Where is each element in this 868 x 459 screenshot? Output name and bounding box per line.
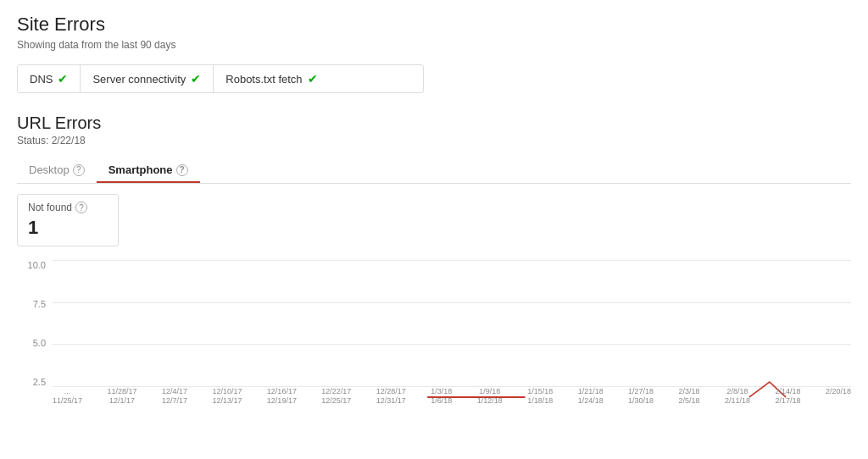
page-title: Site Errors [17, 14, 851, 36]
not-found-help-icon[interactable]: ? [75, 202, 87, 213]
chart-x-labels: ... 11/25/17 11/28/17 12/1/17 12/4/17 12… [53, 387, 851, 412]
tab-desktop-label: Desktop [29, 163, 70, 176]
x-label-7: 1/3/18 1/6/18 [431, 387, 452, 406]
tab-desktop[interactable]: Desktop ? [17, 157, 97, 183]
x-label-3: 12/10/17 12/13/17 [212, 387, 242, 406]
dns-check-icon: ✔ [58, 72, 68, 86]
not-found-label-row: Not found ? [28, 202, 108, 213]
y-label-5: 5.0 [17, 338, 49, 348]
x-label-15: 2/20/18 [826, 387, 851, 396]
smartphone-help-icon[interactable]: ? [176, 164, 188, 176]
x-label-2: 12/4/17 12/7/17 [162, 387, 187, 406]
site-error-dns: DNS ✔ [18, 65, 81, 92]
x-label-10: 1/21/18 1/24/18 [578, 387, 604, 406]
x-label-0: ... 11/25/17 [53, 387, 82, 406]
x-label-13: 2/8/18 2/11/18 [725, 387, 750, 406]
x-label-6: 12/28/17 12/31/17 [376, 387, 406, 406]
x-label-12: 2/3/18 2/5/18 [679, 387, 700, 406]
desktop-help-icon[interactable]: ? [73, 164, 85, 176]
dns-label: DNS [30, 73, 53, 86]
y-label-10: 10.0 [17, 260, 49, 270]
server-connectivity-check-icon: ✔ [191, 72, 201, 86]
robots-txt-check-icon: ✔ [308, 72, 318, 86]
x-label-14: 2/14/18 2/17/18 [775, 387, 800, 406]
tab-smartphone[interactable]: Smartphone ? [97, 157, 200, 183]
url-errors-chart: 10.0 7.5 5.0 2.5 ... 11/25/17 11/28/17 1… [17, 260, 851, 412]
server-connectivity-label: Server connectivity [92, 73, 186, 86]
tab-smartphone-label: Smartphone [108, 163, 173, 176]
y-label-2-5: 2.5 [17, 377, 49, 387]
site-error-server-connectivity: Server connectivity ✔ [81, 65, 214, 92]
x-label-5: 12/22/17 12/25/17 [321, 387, 351, 406]
chart-y-labels: 10.0 7.5 5.0 2.5 [17, 260, 49, 387]
x-label-8: 1/9/18 1/12/18 [477, 387, 503, 406]
x-label-4: 12/16/17 12/19/17 [267, 387, 297, 406]
url-errors-tabs: Desktop ? Smartphone ? [17, 157, 851, 184]
page-subtitle: Showing data from the last 90 days [17, 39, 851, 51]
not-found-metric-card: Not found ? 1 [17, 194, 119, 246]
site-error-robots-txt: Robots.txt fetch ✔ [214, 65, 329, 92]
url-errors-title: URL Errors [17, 113, 851, 133]
not-found-value: 1 [28, 217, 108, 239]
not-found-label: Not found [28, 202, 72, 213]
robots-txt-label: Robots.txt fetch [225, 73, 302, 86]
x-label-11: 1/27/18 1/30/18 [628, 387, 654, 406]
y-label-7-5: 7.5 [17, 299, 49, 309]
x-label-1: 11/28/17 12/1/17 [107, 387, 136, 406]
site-errors-row: DNS ✔ Server connectivity ✔ Robots.txt f… [17, 64, 424, 93]
url-errors-status: Status: 2/22/18 [17, 135, 851, 147]
x-label-9: 1/15/18 1/18/18 [527, 387, 553, 406]
